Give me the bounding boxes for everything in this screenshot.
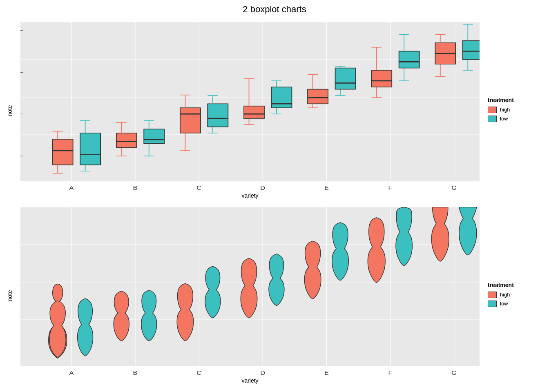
svg-text:E: E bbox=[324, 370, 329, 376]
svg-text:G: G bbox=[451, 370, 457, 376]
chart1-legend-high: high bbox=[488, 107, 549, 113]
chart2-svg: 400 300 200 100 A B C D E F G bbox=[20, 207, 480, 384]
svg-rect-72 bbox=[271, 87, 292, 108]
chart2-legend-low-label: low bbox=[500, 301, 508, 307]
chart2-area: note variety bbox=[20, 207, 480, 384]
svg-rect-48 bbox=[144, 129, 164, 144]
charts-wrapper: note variety bbox=[0, 18, 549, 388]
chart2-legend-low: low bbox=[488, 301, 549, 307]
svg-rect-66 bbox=[244, 106, 264, 118]
chart2-legend: treatment high low bbox=[484, 203, 549, 388]
svg-rect-30 bbox=[53, 139, 73, 165]
chart1-legend-high-label: high bbox=[500, 107, 510, 113]
svg-text:B: B bbox=[133, 370, 138, 376]
svg-text:C: C bbox=[196, 185, 201, 191]
chart2-row: note variety bbox=[0, 203, 549, 388]
svg-rect-60 bbox=[208, 104, 228, 127]
chart2-legend-high-box bbox=[488, 292, 497, 298]
chart1-legend-high-box bbox=[488, 107, 497, 113]
page-container: 2 boxplot charts note variety bbox=[0, 0, 549, 392]
svg-text:A: A bbox=[69, 185, 74, 191]
svg-rect-42 bbox=[116, 133, 137, 148]
svg-text:D: D bbox=[260, 185, 265, 191]
chart1-legend-low: low bbox=[488, 116, 549, 122]
chart1-row: note variety bbox=[0, 18, 549, 203]
chart1-legend: treatment high low bbox=[484, 18, 549, 203]
svg-text:F: F bbox=[388, 185, 392, 191]
chart1-area: note variety bbox=[20, 22, 480, 199]
svg-rect-36 bbox=[80, 133, 100, 165]
chart2-legend-title: treatment bbox=[488, 282, 549, 288]
svg-rect-78 bbox=[308, 89, 328, 104]
svg-rect-90 bbox=[371, 70, 392, 87]
svg-text:C: C bbox=[196, 370, 201, 376]
chart1-y-label: note bbox=[7, 105, 13, 116]
svg-rect-96 bbox=[399, 51, 420, 68]
svg-text:A: A bbox=[69, 370, 74, 376]
chart2-legend-low-box bbox=[488, 301, 497, 307]
svg-rect-108 bbox=[463, 40, 480, 60]
svg-text:G: G bbox=[451, 185, 457, 191]
chart1-legend-low-label: low bbox=[500, 116, 508, 122]
chart1-legend-low-box bbox=[488, 116, 497, 122]
svg-text:D: D bbox=[260, 370, 265, 376]
svg-rect-54 bbox=[180, 108, 201, 133]
chart2-y-label: note bbox=[7, 290, 13, 301]
chart2-legend-high: high bbox=[488, 292, 549, 298]
svg-rect-84 bbox=[335, 68, 356, 89]
chart1-legend-title: treatment bbox=[488, 97, 549, 103]
svg-text:F: F bbox=[388, 370, 392, 376]
page-title: 2 boxplot charts bbox=[243, 4, 306, 15]
svg-text:E: E bbox=[324, 185, 329, 191]
svg-text:B: B bbox=[133, 185, 138, 191]
chart2-legend-high-label: high bbox=[500, 292, 510, 298]
chart1-svg: 400 300 200 100 A B C D E F G bbox=[20, 22, 480, 199]
